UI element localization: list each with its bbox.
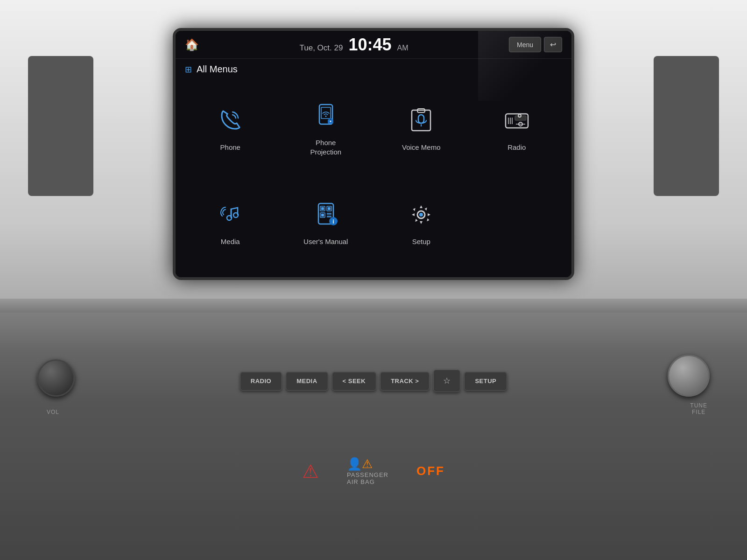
setup-physical-button[interactable]: SETUP	[464, 371, 507, 391]
all-menus-title: All Menus	[197, 64, 238, 75]
tune-knob[interactable]	[668, 355, 710, 397]
date-text: Tue, Oct. 29	[299, 43, 343, 53]
airbag-text: PASSENGERAIR BAG	[347, 471, 388, 485]
track-physical-button[interactable]: TRACK >	[380, 371, 430, 391]
menu-item-phone[interactable]: Phone	[185, 84, 276, 174]
airbag-info: 👤⚠ PASSENGERAIR BAG	[347, 457, 388, 485]
sub-header: ⊞ All Menus	[176, 59, 571, 80]
grid-icon: ⊞	[185, 64, 192, 75]
airbag-status: OFF	[416, 464, 445, 478]
radio-physical-button[interactable]: RADIO	[240, 371, 282, 391]
console-strip	[0, 299, 747, 313]
svg-rect-26	[327, 213, 331, 215]
airbag-icon: 👤⚠	[347, 457, 373, 471]
menu-item-phone-projection[interactable]: PhoneProjection	[281, 84, 372, 174]
phone-projection-icon	[312, 102, 340, 133]
voice-memo-label: Voice Memo	[402, 143, 441, 152]
menu-grid: Phone	[176, 80, 571, 277]
menu-item-media[interactable]: Media	[185, 179, 276, 268]
svg-rect-27	[327, 216, 331, 217]
manual-icon: i	[312, 201, 340, 232]
console-area	[0, 299, 747, 560]
users-manual-label: User's Manual	[303, 237, 348, 246]
svg-point-31	[419, 213, 423, 217]
time-text: 10:45	[348, 35, 391, 55]
svg-rect-23	[321, 207, 324, 210]
radio-label: Radio	[507, 143, 526, 152]
menu-item-voice-memo[interactable]: Voice Memo	[376, 84, 467, 174]
home-button[interactable]: 🏠	[185, 38, 199, 51]
tune-label: TUNEFILE	[690, 402, 707, 415]
phone-icon	[216, 106, 244, 138]
datetime-display: Tue, Oct. 29 10:45 AM	[299, 35, 408, 55]
header-buttons: Menu ↩	[509, 37, 562, 52]
radio-icon	[503, 106, 531, 138]
vent-left	[28, 56, 93, 196]
menu-item-users-manual[interactable]: i User's Manual	[281, 179, 372, 268]
physical-buttons-row: RADIO MEDIA < SEEK TRACK > ☆ SETUP	[163, 360, 584, 401]
phone-projection-label: PhoneProjection	[310, 138, 341, 156]
ampm-text: AM	[397, 44, 408, 52]
menu-empty-cell	[472, 179, 563, 268]
screen-content: 🏠 Tue, Oct. 29 10:45 AM Menu ↩ ⊞ All Men…	[176, 31, 571, 277]
media-physical-button[interactable]: MEDIA	[286, 371, 328, 391]
back-button[interactable]: ↩	[544, 37, 562, 52]
warning-triangle-icon: ⚠	[302, 461, 319, 482]
voice-memo-icon	[407, 106, 435, 138]
svg-point-4	[330, 121, 331, 122]
favorite-physical-button[interactable]: ☆	[433, 370, 460, 392]
vent-right	[654, 56, 719, 196]
seek-physical-button[interactable]: < SEEK	[332, 371, 377, 391]
svg-text:i: i	[332, 218, 334, 225]
svg-point-2	[325, 116, 326, 117]
svg-rect-7	[418, 115, 424, 123]
media-icon	[216, 201, 244, 232]
menu-button[interactable]: Menu	[509, 37, 541, 52]
setup-icon	[407, 201, 435, 232]
warning-area: ⚠ 👤⚠ PASSENGERAIR BAG OFF	[302, 457, 445, 485]
svg-rect-24	[328, 207, 331, 210]
setup-label: Setup	[412, 237, 430, 246]
svg-rect-5	[412, 110, 430, 131]
vol-label: VOL	[47, 409, 59, 415]
menu-item-radio[interactable]: Radio	[472, 84, 563, 174]
volume-knob[interactable]	[37, 359, 75, 397]
menu-item-setup[interactable]: Setup	[376, 179, 467, 268]
screen-header: 🏠 Tue, Oct. 29 10:45 AM Menu ↩	[176, 31, 571, 59]
phone-label: Phone	[220, 143, 240, 152]
infotainment-screen: 🏠 Tue, Oct. 29 10:45 AM Menu ↩ ⊞ All Men…	[173, 28, 574, 280]
media-label: Media	[221, 237, 240, 246]
svg-rect-25	[321, 214, 324, 217]
